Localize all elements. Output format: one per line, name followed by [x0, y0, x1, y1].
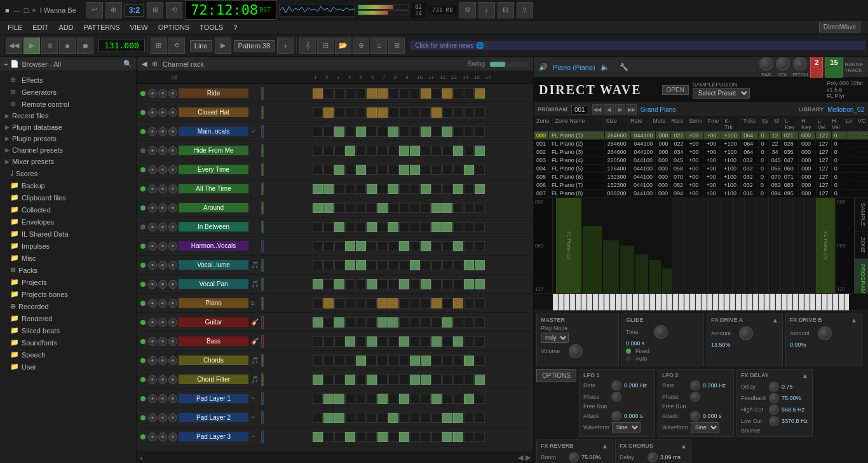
channel-active-led[interactable]	[140, 434, 146, 439]
channel-vol-btn[interactable]: ●	[168, 337, 177, 346]
channel-active-led[interactable]	[140, 167, 146, 172]
pattern-cell[interactable]	[442, 317, 452, 328]
pattern-cell[interactable]	[377, 88, 388, 99]
channel-mute-btn[interactable]: ●	[148, 184, 157, 193]
channel-solo-btn[interactable]: ●	[158, 89, 167, 98]
pattern-cell[interactable]	[356, 165, 366, 175]
pattern-cell[interactable]	[475, 203, 485, 213]
channel-vol-btn[interactable]: ●	[168, 261, 177, 270]
pattern-cell[interactable]	[421, 165, 431, 175]
pattern-cell[interactable]	[475, 279, 485, 289]
pattern-cell[interactable]	[399, 317, 409, 328]
pattern-cell[interactable]	[345, 88, 355, 99]
pattern-cell[interactable]	[334, 146, 344, 156]
pattern-cell[interactable]	[421, 317, 431, 328]
pattern-cell[interactable]	[334, 432, 344, 442]
pattern-cell[interactable]	[464, 432, 474, 442]
pattern-cell[interactable]	[453, 336, 463, 347]
channel-mute-btn[interactable]: ●	[148, 432, 157, 441]
swing-slider[interactable]	[490, 62, 528, 67]
pattern-cell[interactable]	[453, 394, 463, 404]
toolbar-icon-4[interactable]: ⟲	[166, 2, 182, 18]
pattern-cell[interactable]	[334, 298, 344, 308]
pattern-cell[interactable]	[313, 279, 323, 289]
pattern-cell[interactable]	[421, 394, 431, 404]
dw-open-btn[interactable]: OPEN	[662, 85, 689, 95]
record-btn[interactable]: ⏺	[77, 38, 93, 54]
pattern-cell[interactable]	[377, 317, 388, 328]
sidebar-impulses[interactable]: 📁 Impulses	[0, 240, 136, 252]
pattern-cell[interactable]	[475, 298, 485, 308]
pattern-cell[interactable]	[334, 394, 344, 404]
sidebar-rendered[interactable]: 📁 Rendered	[0, 312, 136, 324]
dw-fxr-expand[interactable]: ▲	[602, 443, 608, 451]
pattern-cell[interactable]	[356, 203, 366, 213]
pattern-cell[interactable]	[313, 394, 323, 404]
pattern-cell[interactable]	[431, 222, 442, 232]
pattern-cell[interactable]	[367, 88, 377, 99]
sidebar-envelopes[interactable]: 📁 Envelopes	[0, 216, 136, 228]
pattern-cell[interactable]	[464, 203, 474, 213]
dw-zone-row[interactable]: 004 FL Piano (5) 176400 044100 000 058 +…	[534, 165, 868, 173]
menu-help[interactable]: ?	[228, 24, 242, 31]
pattern-cell[interactable]	[345, 184, 355, 194]
pattern-cell[interactable]	[313, 203, 323, 213]
pattern-cell[interactable]	[345, 298, 355, 308]
rack-add-btn[interactable]: ⊕	[152, 60, 158, 68]
pattern-cell[interactable]	[410, 165, 420, 175]
pattern-cell[interactable]	[356, 88, 366, 99]
mixer-btn[interactable]: ⊟	[317, 38, 334, 54]
channel-active-led[interactable]	[140, 415, 146, 420]
sidebar-user[interactable]: 📁 User	[0, 361, 136, 373]
toolbar-icon-3[interactable]: ⊞	[147, 2, 163, 18]
dw-zone-row[interactable]: 000 FL Piano (1) 264600 044100 000 021 +…	[534, 132, 868, 140]
pattern-cell[interactable]	[356, 279, 366, 289]
pattern-cell[interactable]	[475, 184, 485, 194]
pattern-cell[interactable]	[323, 413, 334, 423]
pattern-cell[interactable]	[464, 394, 474, 404]
menu-edit[interactable]: EDIT	[27, 24, 53, 31]
pattern-cell[interactable]	[345, 394, 355, 404]
pattern-cell[interactable]	[453, 184, 463, 194]
pattern-cell[interactable]	[431, 146, 442, 156]
dw-master-vol-knob[interactable]	[569, 344, 583, 358]
channel-active-led[interactable]	[140, 205, 146, 211]
pattern-cell[interactable]	[323, 394, 334, 404]
pattern-cell[interactable]	[475, 88, 485, 99]
pattern-cell[interactable]	[464, 146, 474, 156]
pattern-cell[interactable]	[367, 375, 377, 385]
pattern-cell[interactable]	[410, 394, 420, 404]
channel-vol-btn[interactable]: ●	[168, 223, 177, 232]
pattern-cell[interactable]	[442, 222, 452, 232]
pattern-cell[interactable]	[334, 279, 344, 289]
channel-vol-btn[interactable]: ●	[168, 394, 177, 403]
pattern-cell[interactable]	[421, 146, 431, 156]
dw-fxdb-knob[interactable]	[818, 326, 832, 340]
pattern-cell[interactable]	[464, 127, 474, 137]
channel-active-led[interactable]	[140, 244, 146, 249]
dw-lfo1-phase-knob[interactable]	[611, 392, 621, 402]
channel-name-btn[interactable]: Pad Layer 1	[179, 394, 248, 403]
pattern-cell[interactable]	[323, 336, 334, 347]
plugin-picker-btn[interactable]: ⊕	[353, 38, 369, 54]
pattern-cell[interactable]	[367, 165, 377, 175]
channel-active-led[interactable]	[140, 129, 146, 134]
dw-fxda-knob[interactable]	[739, 326, 753, 340]
pattern-cell[interactable]	[442, 203, 452, 213]
dw-prog-prev[interactable]: ◀◀	[592, 104, 602, 114]
pattern-cell[interactable]	[442, 146, 452, 156]
channel-name-btn[interactable]: Around	[179, 203, 248, 212]
pattern-add-btn[interactable]: +	[277, 38, 294, 54]
channel-solo-btn[interactable]: ●	[158, 375, 167, 384]
pattern-cell[interactable]	[475, 127, 485, 137]
pattern-cell[interactable]	[431, 184, 442, 194]
pattern-cell[interactable]	[345, 222, 355, 232]
channel-active-led[interactable]	[140, 320, 146, 325]
channel-name-btn[interactable]: Closed Hat	[179, 107, 248, 117]
pattern-cell[interactable]	[442, 336, 452, 347]
pattern-cell[interactable]	[367, 317, 377, 328]
dw-fxd-hc-knob[interactable]	[769, 404, 779, 415]
pattern-cell[interactable]	[442, 260, 452, 270]
pattern-cell[interactable]	[334, 222, 344, 232]
channel-mute-btn[interactable]: ●	[148, 356, 157, 365]
